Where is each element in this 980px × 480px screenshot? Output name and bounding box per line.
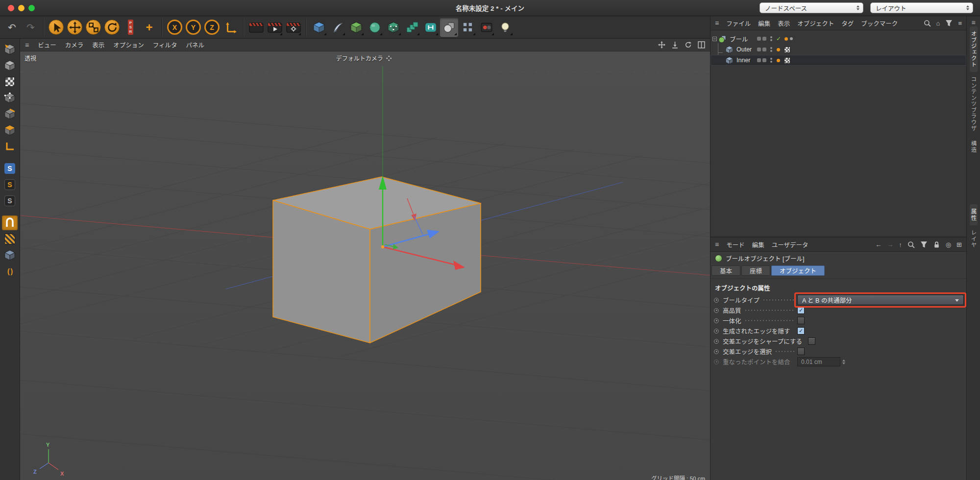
- tree-item-boole[interactable]: ブール ✓: [710, 33, 966, 44]
- texture-tag-icon[interactable]: [784, 57, 790, 64]
- render-settings-button[interactable]: [284, 18, 302, 37]
- make-editable-button[interactable]: [2, 42, 18, 57]
- redo-button[interactable]: ↷: [22, 18, 40, 37]
- search-icon[interactable]: [924, 20, 931, 27]
- layer-toggle[interactable]: [757, 37, 761, 41]
- undo-button[interactable]: ↶: [3, 18, 21, 37]
- om-menu-tags[interactable]: タグ: [841, 19, 854, 28]
- animation-dot[interactable]: [714, 329, 719, 334]
- viewport-canvas[interactable]: Y Z X: [20, 51, 710, 480]
- om-menu-objects[interactable]: オブジェクト: [797, 19, 834, 28]
- array-generator-button[interactable]: [459, 18, 477, 37]
- scene-cameras-button[interactable]: [477, 18, 495, 37]
- layer-toggle[interactable]: [762, 48, 766, 51]
- lock-y-axis-button[interactable]: Y: [184, 18, 202, 37]
- viewport-menu-icon[interactable]: ≡: [25, 41, 29, 49]
- animation-dot[interactable]: [714, 298, 719, 303]
- solo-single-button[interactable]: S: [2, 177, 18, 192]
- tree-item-outer[interactable]: Outer: [710, 44, 966, 55]
- visibility-dots[interactable]: [770, 58, 772, 63]
- animation-dot[interactable]: [714, 308, 719, 313]
- live-selection-tool[interactable]: [47, 18, 65, 37]
- parent-up-icon[interactable]: ↑: [899, 241, 902, 248]
- boole-generator-button[interactable]: [440, 18, 458, 37]
- output-dot[interactable]: [777, 48, 780, 51]
- psr-tool[interactable]: PSR: [122, 18, 140, 37]
- fields-button[interactable]: [421, 18, 440, 37]
- spline-pen-button[interactable]: [328, 18, 346, 37]
- state-dot[interactable]: [790, 37, 793, 40]
- stepper-arrows[interactable]: [842, 358, 845, 366]
- pan-view-icon[interactable]: [658, 41, 665, 48]
- dock-tab-content-browser[interactable]: コンテンツブラウザ: [970, 72, 978, 136]
- tab-object[interactable]: オブジェクト: [771, 265, 825, 276]
- generator-sphere-button[interactable]: [366, 18, 384, 37]
- volume-builder-button[interactable]: [384, 18, 402, 37]
- strip-menu-icon[interactable]: ≡: [971, 19, 975, 26]
- lock-x-axis-button[interactable]: X: [166, 18, 184, 37]
- toggle-views-icon[interactable]: [698, 41, 705, 48]
- animation-dot[interactable]: [714, 349, 719, 354]
- quantize-button[interactable]: [2, 248, 18, 263]
- viewport-menu-panel[interactable]: パネル: [186, 40, 205, 49]
- points-mode-button[interactable]: [2, 91, 18, 105]
- edges-mode-button[interactable]: [2, 107, 18, 121]
- filter-icon[interactable]: [945, 20, 953, 27]
- add-tool[interactable]: +: [140, 18, 158, 37]
- close-window-button[interactable]: [8, 5, 14, 11]
- animation-dot[interactable]: [714, 339, 719, 344]
- filter-icon[interactable]: [920, 241, 928, 248]
- attr-menu-edit[interactable]: 編集: [752, 240, 764, 249]
- render-view-button[interactable]: [247, 18, 265, 37]
- om-menu-edit[interactable]: 編集: [758, 19, 770, 28]
- isoline-editing-button[interactable]: ( ): [2, 264, 18, 279]
- lock-icon[interactable]: [933, 241, 940, 248]
- boole-box-object[interactable]: [273, 177, 481, 343]
- object-manager-menu-icon[interactable]: ≡: [715, 19, 719, 27]
- rotate-tool[interactable]: [103, 18, 121, 37]
- primitive-cube-button[interactable]: [310, 18, 328, 37]
- hide-new-edges-checkbox[interactable]: [797, 327, 805, 335]
- high-quality-checkbox[interactable]: [797, 307, 805, 314]
- viewport-menu-view[interactable]: ビュー: [38, 40, 56, 49]
- om-menu-bookmarks[interactable]: ブックマーク: [861, 19, 898, 28]
- break-cut-edges-checkbox[interactable]: [808, 337, 815, 345]
- viewport[interactable]: Y Z X 透視 デフォルトカメラ グリッド間隔 : 50 cm: [20, 51, 710, 480]
- viewport-menu-camera[interactable]: カメラ: [65, 40, 84, 49]
- tab-basic[interactable]: 基本: [711, 265, 740, 276]
- output-dot[interactable]: [777, 59, 780, 62]
- history-back-icon[interactable]: ←: [875, 241, 882, 248]
- zoom-window-button[interactable]: [28, 5, 35, 11]
- om-menu-file[interactable]: ファイル: [726, 19, 751, 28]
- subdivision-surface-button[interactable]: [347, 18, 365, 37]
- nodespace-dropdown[interactable]: ノードスペース: [760, 2, 863, 13]
- history-forward-icon[interactable]: →: [887, 241, 893, 248]
- solo-off-button[interactable]: S: [2, 161, 18, 176]
- collapse-icon[interactable]: [712, 37, 717, 41]
- layer-toggle[interactable]: [757, 58, 761, 62]
- viewport-menu-display[interactable]: 表示: [92, 40, 104, 49]
- visibility-dots[interactable]: [770, 47, 772, 52]
- search-icon[interactable]: [907, 241, 915, 248]
- workplane-mode-button[interactable]: [2, 139, 18, 154]
- boole-type-dropdown[interactable]: A と B の共通部分: [797, 295, 964, 305]
- attribute-menu-icon[interactable]: ≡: [715, 240, 719, 248]
- lock-z-axis-button[interactable]: Z: [203, 18, 221, 37]
- layout-dropdown[interactable]: レイアウト: [870, 2, 973, 13]
- sync-view-icon[interactable]: [685, 41, 692, 48]
- texture-mode-button[interactable]: [2, 74, 18, 89]
- layer-toggle[interactable]: [762, 37, 766, 41]
- optimize-points-field[interactable]: 0.01 cm: [797, 357, 840, 366]
- output-dot[interactable]: [784, 37, 788, 41]
- snap-settings-button[interactable]: [2, 232, 18, 246]
- om-menu-view[interactable]: 表示: [778, 19, 790, 28]
- attr-menu-mode[interactable]: モード: [726, 240, 745, 249]
- home-icon[interactable]: ⌂: [936, 20, 940, 27]
- dock-tab-objects[interactable]: オブジェクト: [970, 26, 978, 72]
- select-intersections-checkbox[interactable]: [797, 348, 805, 355]
- polygons-mode-button[interactable]: [2, 123, 18, 138]
- model-mode-button[interactable]: [2, 58, 18, 73]
- enabled-check-icon[interactable]: ✓: [776, 35, 781, 42]
- tree-item-inner[interactable]: Inner: [710, 55, 966, 66]
- move-tool[interactable]: [66, 18, 84, 37]
